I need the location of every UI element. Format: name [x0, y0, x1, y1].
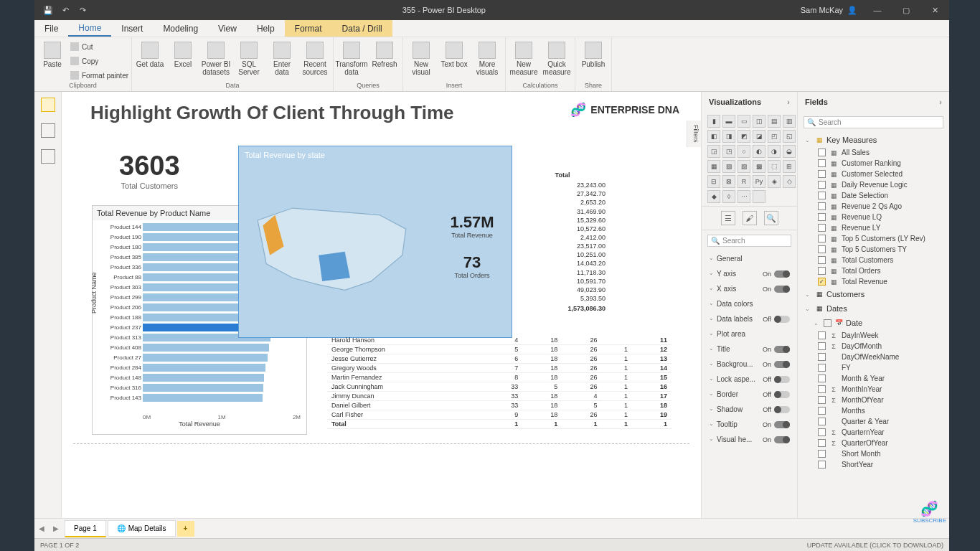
pbi-datasets-button[interactable]: Power BI datasets	[201, 39, 231, 76]
field-item[interactable]: ΣMonthInYear	[798, 384, 949, 395]
field-item[interactable]: ▦Revenue 2 Qs Ago	[798, 201, 949, 212]
map-tooltip-visual[interactable]: Total Revenue by state 1.57MTotal Revenu…	[238, 146, 512, 338]
bar-row[interactable]: Product 284	[143, 362, 301, 372]
report-canvas[interactable]: Highlight Growth Of Client Through Time …	[62, 92, 701, 518]
tab-data-drill[interactable]: Data / Drill	[332, 20, 392, 37]
page-tab-1[interactable]: Page 1	[65, 520, 106, 537]
viz-type-button[interactable]: ◧	[707, 130, 720, 143]
viz-type-button[interactable]: ▮	[707, 115, 720, 128]
close-button[interactable]: ✕	[920, 0, 949, 20]
viz-type-button[interactable]: ◪	[753, 130, 765, 143]
get-data-button[interactable]: Get data	[135, 39, 165, 68]
table-row[interactable]: George Thompson51826112	[327, 345, 672, 354]
card-total-customers[interactable]: 3603 Total Customers	[119, 151, 180, 190]
collapse-viz-icon[interactable]: ›	[787, 98, 790, 106]
format-section[interactable]: ⌄Visual he...On	[702, 432, 797, 447]
paste-button[interactable]: Paste	[37, 39, 67, 68]
undo-icon[interactable]: ↶	[60, 5, 70, 15]
table-dates[interactable]: ⌄▦Dates	[798, 301, 949, 316]
format-section[interactable]: ⌄Data labelsOff	[702, 311, 797, 326]
viz-type-button[interactable]: ◈	[768, 175, 781, 188]
viz-type-button[interactable]: ▦	[707, 160, 720, 173]
field-item[interactable]: ▦Customer Selected	[798, 169, 949, 179]
format-section[interactable]: ⌄X axisOn	[702, 281, 797, 296]
viz-type-button[interactable]: ⊞	[783, 160, 796, 173]
user-label[interactable]: Sam McKay👤	[801, 6, 863, 15]
field-item[interactable]: Month & Year	[798, 373, 949, 384]
viz-type-button[interactable]: ◊	[722, 190, 735, 203]
viz-type-button[interactable]: ◱	[783, 130, 796, 143]
format-section[interactable]: ⌄General	[702, 251, 797, 266]
bar-row[interactable]: Product 143	[143, 392, 301, 402]
format-section[interactable]: ⌄TooltipOn	[702, 417, 797, 432]
format-section[interactable]: ⌄ShadowOff	[702, 402, 797, 417]
field-item[interactable]: ✓▦Total Revenue	[798, 276, 949, 287]
recent-sources-button[interactable]: Recent sources	[300, 39, 330, 76]
format-search[interactable]: 🔍Search	[707, 235, 791, 247]
viz-type-button[interactable]: ◐	[753, 145, 765, 158]
viz-type-button[interactable]: ◲	[707, 145, 720, 158]
viz-type-button[interactable]: ◇	[783, 175, 796, 188]
field-item[interactable]: ▦Customer Ranking	[798, 158, 949, 169]
format-section[interactable]: ⌄BorderOff	[702, 387, 797, 402]
page-prev-button[interactable]: ◀	[34, 524, 49, 532]
viz-type-button[interactable]: ▤	[768, 115, 781, 128]
viz-type-button[interactable]: ⊟	[707, 175, 720, 188]
field-item[interactable]: ΣDayInWeek	[798, 330, 949, 341]
viz-type-button[interactable]: ◫	[753, 115, 765, 128]
viz-type-button[interactable]: ◰	[768, 130, 781, 143]
tab-home[interactable]: Home	[68, 20, 111, 37]
bar-row[interactable]: Product 27	[143, 352, 301, 362]
viz-type-button[interactable]: ◑	[768, 145, 781, 158]
format-tab-icon[interactable]: 🖌	[743, 211, 757, 225]
table-row[interactable]: Jimmy Duncan33184117	[327, 392, 672, 401]
minimize-button[interactable]: —	[863, 0, 892, 20]
viz-type-button[interactable]: ▭	[738, 115, 750, 128]
new-visual-button[interactable]: New visual	[406, 39, 436, 76]
page-tab-map-details[interactable]: 🌐Map Details	[108, 520, 176, 537]
table-row[interactable]: Martin Fernandez81826115	[327, 373, 672, 382]
format-section[interactable]: ⌄Y axisOn	[702, 266, 797, 281]
viz-type-button[interactable]: ⋯	[738, 190, 750, 203]
fields-tab-icon[interactable]: ☰	[721, 211, 735, 225]
quick-measure-button[interactable]: Quick measure	[542, 39, 572, 76]
field-item[interactable]: DayOfWeekName	[798, 352, 949, 362]
maximize-button[interactable]: ▢	[892, 0, 920, 20]
fields-search[interactable]: 🔍Search	[804, 116, 943, 128]
format-section[interactable]: ⌄Plot area	[702, 326, 797, 342]
excel-button[interactable]: Excel	[168, 39, 198, 68]
tab-format[interactable]: Format	[285, 20, 332, 37]
data-view-button[interactable]	[41, 123, 55, 138]
table-row[interactable]: Jack Cunningham33526116	[327, 382, 672, 392]
file-menu[interactable]: File	[34, 20, 68, 37]
field-item[interactable]: ▦Revenue LQ	[798, 212, 949, 222]
new-measure-button[interactable]: New measure	[509, 39, 539, 76]
copy-button[interactable]: Copy	[70, 55, 128, 67]
field-item[interactable]: ▦Total Customers	[798, 255, 949, 265]
table-customers[interactable]: ⌄▦Customers	[798, 287, 949, 301]
viz-type-button[interactable]: ▥	[783, 115, 796, 128]
table-row[interactable]: Gregory Woods71826114	[327, 364, 672, 373]
bar-row[interactable]: Product 148	[143, 372, 301, 382]
format-painter-button[interactable]: Format painter	[70, 69, 128, 82]
viz-type-button[interactable]: R	[738, 175, 750, 188]
format-section[interactable]: ⌄Backgrou...On	[702, 357, 797, 372]
hierarchy-date[interactable]: ⌄📅Date	[798, 316, 949, 330]
field-item[interactable]: Months	[798, 405, 949, 416]
save-icon[interactable]: 💾	[43, 5, 53, 15]
field-item[interactable]: ▦Date Selection	[798, 190, 949, 201]
viz-type-button[interactable]: Py	[753, 175, 765, 188]
field-item[interactable]: ▦Revenue LY	[798, 222, 949, 233]
redo-icon[interactable]: ↷	[77, 5, 88, 15]
refresh-button[interactable]: Refresh	[369, 39, 400, 68]
customer-table[interactable]: Harold Hanson4182611George Thompson51826…	[327, 336, 672, 429]
viz-type-button[interactable]: ⬚	[768, 160, 781, 173]
field-item[interactable]: ΣQuarterOfYear	[798, 438, 949, 448]
tab-insert[interactable]: Insert	[111, 20, 153, 37]
field-item[interactable]: ▦All Sales	[798, 147, 949, 158]
viz-type-button[interactable]: ⊠	[722, 175, 735, 188]
field-item[interactable]: ▦Top 5 Customers (LY Rev)	[798, 233, 949, 244]
text-box-button[interactable]: Text box	[439, 39, 469, 68]
bar-row[interactable]: Product 316	[143, 382, 301, 392]
sql-server-button[interactable]: SQL Server	[234, 39, 264, 76]
